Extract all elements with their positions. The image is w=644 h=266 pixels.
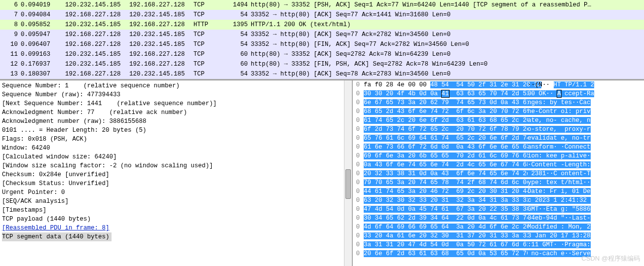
detail-reassembled-link[interactable]: [Reassembled PDU in frame: 8] bbox=[2, 224, 350, 232]
hex-row[interactable]: 065 76 61 6c 69 64 61 74 65 2c 20 6e 6f … bbox=[353, 134, 644, 143]
hex-ascii: 2381··C ontent-T bbox=[525, 169, 591, 178]
hex-bytes: 69 6f 6e 3a 20 6b 65 65 70 2d 61 6c 69 7… bbox=[362, 152, 525, 160]
detail-win-scale[interactable]: [Window size scaling factor: -2 (no wind… bbox=[2, 161, 350, 170]
hex-ascii: ion: kee p-alive· bbox=[525, 152, 591, 160]
detail-checksum[interactable]: Checksum: 0x284e [unverified] bbox=[2, 170, 350, 179]
col-protocol: TCP bbox=[193, 0, 224, 9]
col-protocol: TCP bbox=[193, 30, 224, 39]
hex-row[interactable]: 061 6e 73 66 6f 72 6d 0d 0a 43 6f 6e 6e … bbox=[353, 143, 644, 152]
details-scrollbar[interactable] bbox=[344, 80, 352, 266]
hex-offset: 0 bbox=[353, 196, 362, 205]
col-protocol: HTTP bbox=[193, 20, 224, 29]
packet-row[interactable]: 120.176937120.232.145.185192.168.227.128… bbox=[0, 59, 644, 69]
col-info: 33352 → http(80) [ACK] Seq=77 Ack=1441 W… bbox=[251, 10, 644, 19]
detail-seq-raw[interactable]: Sequence Number (raw): 477394433 bbox=[2, 90, 350, 99]
detail-ack-raw[interactable]: Acknowledgment number (raw): 3886155688 bbox=[2, 117, 350, 126]
col-no: 12 bbox=[0, 60, 21, 69]
hex-bytes: 0a 43 6f 6e 74 65 6e 74 2d 4c 65 6e 67 7… bbox=[362, 160, 525, 169]
hex-row[interactable]: 06f 2d 73 74 6f 72 65 2c 20 70 72 6f 78 … bbox=[353, 125, 644, 134]
hex-row[interactable]: 03a 31 31 20 47 4d 54 0d 0a 50 72 61 67 … bbox=[353, 240, 644, 249]
hex-row[interactable]: 044 61 74 65 3a 20 46 72 69 2c 20 30 31 … bbox=[353, 187, 644, 196]
hex-offset: 0 bbox=[353, 160, 362, 169]
col-destination: 192.168.227.128 bbox=[129, 60, 193, 69]
hex-ascii: :11 GMT· ·Pragma: bbox=[525, 240, 591, 249]
col-no: 7 bbox=[0, 10, 21, 19]
hex-ascii: evalidat e, no-tr bbox=[525, 134, 591, 143]
detail-window[interactable]: Window: 64240 bbox=[2, 144, 350, 152]
col-length: 54 bbox=[224, 40, 251, 49]
hex-ascii: Date: Fr i, 01 De bbox=[525, 187, 591, 196]
hex-row[interactable]: 06e 67 65 73 3a 20 62 79 74 65 73 0d 0a … bbox=[353, 98, 644, 107]
hex-bytes: 61 74 65 2c 20 6e 6f 2d 63 61 63 68 65 2… bbox=[362, 116, 525, 125]
packet-row[interactable]: 60.094019120.232.145.185192.168.227.128T… bbox=[0, 0, 644, 10]
details-scrollbar-thumb[interactable] bbox=[345, 169, 351, 199]
hex-row[interactable]: 0fa f0 28 4e 00 00 48 54 54 50 2f 31 2e … bbox=[353, 80, 644, 89]
detail-hdr-len[interactable]: 0101 .... = Header Length: 20 bytes (5) bbox=[2, 126, 350, 135]
hex-ascii: ype: tex t/html·· bbox=[525, 178, 591, 187]
detail-tcp-segment-selected[interactable]: TCP segment data (1440 bytes) bbox=[2, 232, 112, 241]
hex-row[interactable]: 00a 43 6f 6e 74 65 6e 74 2d 4c 65 6e 67 … bbox=[353, 160, 644, 169]
hex-ascii: o-store, proxy-r bbox=[525, 125, 591, 134]
hex-bytes: 44 61 74 65 3a 20 46 72 69 2c 20 30 31 2… bbox=[362, 187, 525, 196]
col-source: 192.168.227.128 bbox=[65, 10, 129, 19]
hex-row[interactable]: 061 74 65 2c 20 6e 6f 2d 63 61 63 68 65 … bbox=[353, 116, 644, 125]
hex-offset: 0 bbox=[353, 187, 362, 196]
col-destination: 192.168.227.128 bbox=[129, 20, 193, 29]
detail-tcp-payload[interactable]: TCP payload (1440 bytes) bbox=[2, 215, 350, 224]
hex-ascii: 04eb-94d "··Last- bbox=[525, 214, 591, 223]
detail-timestamps[interactable]: [Timestamps] bbox=[2, 206, 350, 215]
hex-offset: 0 bbox=[353, 134, 362, 143]
packet-list[interactable]: 60.094019120.232.145.185192.168.227.128T… bbox=[0, 0, 644, 80]
col-info: 33352 → http(80) [ACK] Seq=78 Ack=2783 W… bbox=[251, 70, 644, 78]
hex-row[interactable]: 030 34 65 62 2d 39 34 64 22 0d 0a 4c 61 … bbox=[353, 214, 644, 223]
detail-seqack-analysis[interactable]: [SEQ/ACK analysis] bbox=[2, 197, 350, 206]
hex-row[interactable]: 068 65 2d 43 6f 6e 74 72 6f 6c 3a 20 70 … bbox=[353, 107, 644, 116]
hex-row[interactable]: 063 20 32 30 32 33 20 31 32 3a 34 31 3a … bbox=[353, 196, 644, 205]
hex-offset: 0 bbox=[353, 240, 362, 249]
detail-seq[interactable]: Sequence Number: 1 (relative sequence nu… bbox=[2, 81, 350, 90]
hex-offset: 0 bbox=[353, 223, 362, 231]
packet-row[interactable]: 110.099163120.232.145.185192.168.227.128… bbox=[0, 49, 644, 59]
col-source: 192.168.227.128 bbox=[65, 30, 129, 39]
hex-row[interactable]: 069 6f 6e 3a 20 6b 65 65 70 2d 61 6c 69 … bbox=[353, 152, 644, 160]
hex-bytes: 20 6e 6f 2d 63 61 63 68 65 0d 0a 53 65 7… bbox=[362, 249, 525, 258]
detail-calc-window[interactable]: [Calculated window size: 64240] bbox=[2, 152, 350, 161]
hex-bytes: 68 65 2d 43 6f 6e 74 72 6f 6c 3a 20 70 7… bbox=[362, 107, 525, 116]
hex-offset: 0 bbox=[353, 143, 362, 152]
hex-dump-pane[interactable]: 0fa f0 28 4e 00 00 48 54 54 50 2f 31 2e … bbox=[353, 80, 644, 266]
hex-bytes: 33 20 4a 61 6e 20 32 30 31 37 20 31 33 3… bbox=[362, 231, 525, 240]
col-destination: 120.232.145.185 bbox=[129, 40, 193, 49]
packet-row[interactable]: 100.096407192.168.227.128120.232.145.185… bbox=[0, 39, 644, 49]
packet-details-pane[interactable]: Sequence Number: 1 (relative sequence nu… bbox=[0, 80, 353, 266]
hex-row[interactable]: 033 20 4a 61 6e 20 32 30 31 37 20 31 33 … bbox=[353, 231, 644, 240]
hex-ascii: ··(N·· HT TP/1.1 2 bbox=[525, 80, 594, 89]
hex-bytes: 47 4d 54 0d 0a 45 74 61 67 3a 20 22 35 3… bbox=[362, 205, 525, 214]
col-length: 60 bbox=[224, 60, 251, 69]
hex-row[interactable]: 030 30 20 4f 4b 0d 0a 41 63 63 65 70 74 … bbox=[353, 89, 644, 98]
packet-row[interactable]: 80.095852120.232.145.185192.168.227.128H… bbox=[0, 20, 644, 30]
hex-ascii: he-Contr ol: priv bbox=[525, 107, 591, 116]
col-time: 0.096407 bbox=[21, 40, 65, 49]
hex-row[interactable]: 020 6e 6f 2d 63 61 63 68 65 0d 0a 53 65 … bbox=[353, 249, 644, 258]
col-time: 0.176937 bbox=[21, 60, 65, 69]
detail-next-seq[interactable]: [Next Sequence Number: 1441 (relative se… bbox=[2, 99, 350, 108]
hex-bytes: 3a 31 31 20 47 4d 54 0d 0a 50 72 61 67 6… bbox=[362, 240, 525, 249]
hex-row[interactable]: 079 70 65 3a 20 74 65 78 74 2f 68 74 6d … bbox=[353, 178, 644, 187]
detail-flags[interactable]: Flags: 0x018 (PSH, ACK) bbox=[2, 135, 350, 144]
col-source: 120.232.145.185 bbox=[65, 20, 129, 29]
hex-offset: 0 bbox=[353, 169, 362, 178]
col-protocol: TCP bbox=[193, 70, 224, 78]
col-no: 11 bbox=[0, 50, 21, 59]
packet-row[interactable]: 90.095947192.168.227.128120.232.145.185T… bbox=[0, 30, 644, 39]
hex-row[interactable]: 047 4d 54 0d 0a 45 74 61 67 3a 20 22 35 … bbox=[353, 205, 644, 214]
hex-bytes: fa f0 28 4e 00 00 48 54 54 50 2f 31 2e 3… bbox=[362, 80, 525, 89]
hex-row[interactable]: 04d 6f 64 69 66 69 65 64 3a 20 4d 6f 6e … bbox=[353, 223, 644, 231]
col-time: 0.094019 bbox=[21, 0, 65, 9]
detail-urgent[interactable]: Urgent Pointer: 0 bbox=[2, 188, 350, 197]
packet-row[interactable]: 130.180307192.168.227.128120.232.145.185… bbox=[0, 69, 644, 79]
detail-ack[interactable]: Acknowledgment Number: 77 (relative ack … bbox=[2, 108, 350, 117]
col-length: 1494 bbox=[224, 0, 251, 9]
hex-row[interactable]: 020 32 33 38 31 0d 0a 43 6f 6e 74 65 6e … bbox=[353, 169, 644, 178]
detail-checksum-status[interactable]: [Checksum Status: Unverified] bbox=[2, 179, 350, 188]
packet-row[interactable]: 70.094084192.168.227.128120.232.145.185T… bbox=[0, 10, 644, 20]
